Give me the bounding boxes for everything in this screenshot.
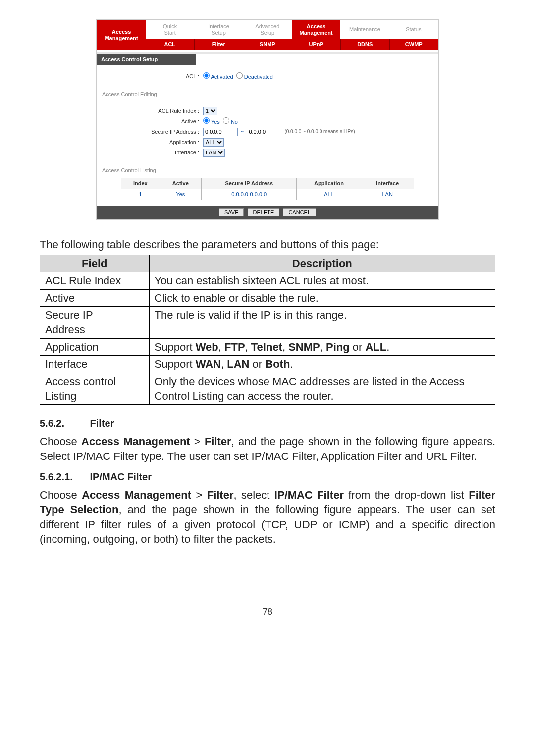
acl-col-header: Active [160,178,202,189]
secure-ip-from-input[interactable] [203,128,238,136]
parameters-table: Field Description ACL Rule IndexYou can … [40,255,495,405]
acl-cell: 0.0.0.0-0.0.0.0 [202,189,297,200]
param-desc: Support WAN, LAN or Both. [149,355,495,373]
intro-text: The following table describes the parame… [40,237,495,252]
acl-table-body: 1Yes0.0.0.0-0.0.0.0ALLLAN [121,189,414,200]
param-th-field: Field [40,255,150,272]
cancel-button[interactable]: CANCEL [283,208,316,216]
acl-row: 1Yes0.0.0.0-0.0.0.0ALLLAN [121,189,414,200]
acl-col-header: Application [297,178,361,189]
acl-cell: LAN [361,189,414,200]
param-row: Secure IPAddressThe rule is valid if the… [40,306,495,338]
panel-setup: ACL : Activated Deactivated [97,65,438,86]
acl-deactivated-option[interactable]: Deactivated [236,72,273,81]
param-desc: Click to enable or disable the rule. [149,290,495,307]
param-row: ActiveClick to enable or disable the rul… [40,290,495,307]
heading-5-6-2: 5.6.2. Filter [40,417,495,430]
primary-tabs: QuickStartInterfaceSetupAdvancedSetupAcc… [146,20,438,39]
secure-ip-hint: (0.0.0.0 ~ 0.0.0.0 means all IPs) [284,128,355,135]
secondary-tab[interactable]: ACL [146,39,194,50]
delete-button[interactable]: DELETE [248,208,280,216]
param-field: Access controlListing [40,373,150,404]
param-row: ACL Rule IndexYou can establish sixteen … [40,272,495,290]
param-desc: Support Web, FTP, Telnet, SNMP, Ping or … [149,339,495,356]
save-button[interactable]: SAVE [219,208,244,216]
param-desc: The rule is valid if the IP is in this r… [149,306,495,338]
param-field: Secure IPAddress [40,306,150,338]
interface-label: Interface : [104,149,203,156]
param-row: Access controlListingOnly the devices wh… [40,373,495,404]
secondary-tab[interactable]: DDNS [341,39,389,50]
active-label: Active : [104,118,203,125]
acl-col-header: Interface [361,178,414,189]
active-yes-radio[interactable] [203,117,210,124]
acl-table-head: IndexActiveSecure IP AddressApplicationI… [121,178,414,189]
active-yes-option[interactable]: Yes [203,117,220,126]
acl-cell: 1 [121,189,160,200]
acl-activated-option[interactable]: Activated [203,72,233,81]
param-field: Interface [40,355,150,373]
acl-listing-table: IndexActiveSecure IP AddressApplicationI… [121,178,414,200]
secure-ip-sep: ~ [241,128,244,136]
primary-tab[interactable]: Status [389,20,438,39]
para-5-6-2-1: Choose Access Management > Filter, selec… [40,488,495,547]
acl-cell: Yes [160,189,202,200]
module-title: Access Management [97,20,146,50]
param-field: ACL Rule Index [40,272,150,290]
heading-5-6-2-num: 5.6.2. [40,417,87,430]
heading-5-6-2-1-title: IP/MAC Filter [90,471,152,482]
primary-tab[interactable]: AdvancedSetup [243,20,292,39]
acl-col-header: Index [121,178,160,189]
acl-label: ACL : [104,73,203,80]
module-title-line1: Access [112,29,131,35]
secure-ip-label: Secure IP Address : [104,128,203,136]
para-5-6-2: Choose Access Management > Filter, and t… [40,434,495,463]
param-field: Application [40,339,150,356]
heading-5-6-2-1-num: 5.6.2.1. [40,470,87,484]
application-select[interactable]: ALL [203,138,224,147]
primary-tab[interactable]: QuickStart [146,20,194,39]
param-desc: Only the devices whose MAC addresses are… [149,373,495,404]
section-editing: Access Control Editing [97,86,438,100]
param-row: ApplicationSupport Web, FTP, Telnet, SNM… [40,339,495,356]
secondary-tab[interactable]: UPnP [292,39,341,50]
param-row: InterfaceSupport WAN, LAN or Both. [40,355,495,373]
active-yes-text: Yes [211,119,220,125]
section-listing: Access Control Listing [97,162,438,176]
secondary-tabs: ACLFilterSNMPUPnPDDNSCWMP [146,39,438,50]
active-no-text: No [231,119,238,125]
heading-5-6-2-title: Filter [90,418,114,429]
divider [97,50,438,54]
router-admin-screenshot: Access Management QuickStartInterfaceSet… [97,20,438,219]
rule-index-label: ACL Rule Index : [104,107,203,115]
secondary-tab[interactable]: SNMP [243,39,292,50]
acl-col-header: Secure IP Address [202,178,297,189]
header-row: Access Management QuickStartInterfaceSet… [97,20,438,50]
secondary-tab[interactable]: Filter [195,39,243,50]
param-desc: You can establish sixteen ACL rules at m… [149,272,495,290]
primary-tab[interactable]: AccessManagement [292,20,340,39]
acl-deactivated-text: Deactivated [244,74,273,80]
acl-activated-text: Activated [211,74,233,80]
button-bar: SAVE DELETE CANCEL [97,206,438,219]
acl-activated-radio[interactable] [203,72,210,79]
active-no-radio[interactable] [223,117,229,124]
primary-tab[interactable]: Maintenance [340,20,389,39]
panel-editing: ACL Rule Index : 1 Active : Yes No [97,100,438,162]
module-title-line2: Management [105,35,138,42]
page-number: 78 [40,606,495,618]
secondary-tab[interactable]: CWMP [390,39,438,50]
primary-tab[interactable]: InterfaceSetup [194,20,243,39]
heading-5-6-2-1: 5.6.2.1. IP/MAC Filter [40,470,495,484]
section-bar-setup: Access Control Setup [97,54,196,65]
param-field: Active [40,290,150,307]
acl-deactivated-radio[interactable] [236,72,243,79]
rule-index-select[interactable]: 1 [203,107,217,115]
active-no-option[interactable]: No [223,117,238,126]
param-th-desc: Description [149,255,495,272]
application-label: Application : [104,139,203,146]
secure-ip-to-input[interactable] [247,128,281,136]
interface-select[interactable]: LAN [203,149,225,157]
acl-cell: ALL [297,189,361,200]
